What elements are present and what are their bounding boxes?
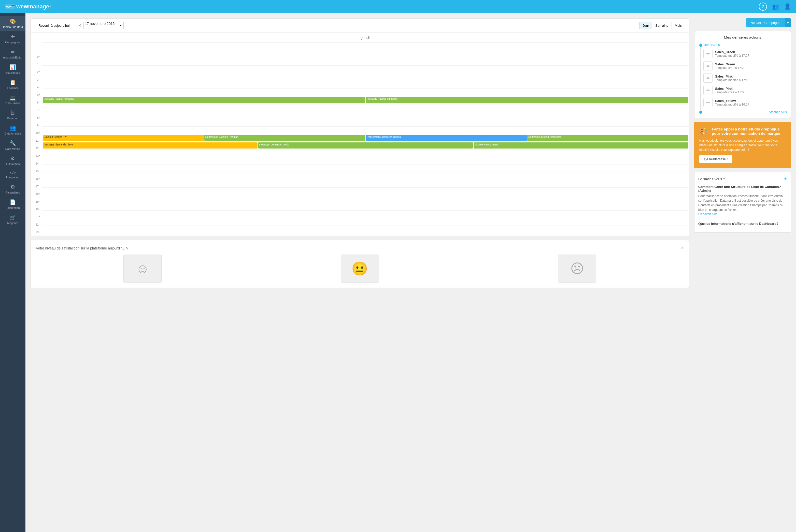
event-13h-3[interactable]: Modele wewbusiness [474,142,688,149]
hour-4: 4h [31,83,42,91]
show-more-link[interactable]: Afficher plus [769,110,787,114]
satisfaction-faces: ☺ 😐 ☹ [36,254,684,283]
hour-10: 10h [31,129,42,137]
happy-face-button[interactable]: ☺ [124,254,162,283]
event-13h-1[interactable]: message_demande_devis [43,142,258,149]
sidebar-item-tableau-de-bord[interactable]: 🎨 Tableau de Bord [0,16,25,31]
hour-2: 2h [31,68,42,76]
sidebar-item-campagnes[interactable]: ✈ Campagnes [0,31,25,46]
sidebar-item-facturation[interactable]: 📄 Facturation [0,196,25,212]
sidebar-item-datamart[interactable]: 🗄 Datamart [0,107,25,122]
event-12h-4[interactable]: Segment On send regression [527,135,688,141]
slot-18h [42,180,689,188]
sidebar-item-label: Paramètres [5,191,20,194]
stats-icon: 📊 [10,64,16,70]
promo-header: 🎨 Faites appel à notre studio graphique … [699,127,786,136]
hour-1: 1h [31,60,42,68]
dyk-item-0: Comment Créer une Structure de Liste de … [698,185,787,216]
dyk-add-button[interactable]: + [784,176,787,182]
view-week-button[interactable]: Semaine [652,22,671,29]
next-button[interactable]: > [116,22,124,29]
event-13h-2[interactable]: message_demande_devis [258,142,473,149]
sidebar-item-integration[interactable]: </> Intégration [0,168,25,181]
view-month-button[interactable]: Mois [672,22,685,29]
satisfaction-header: Votre niveau de satisfaction sur la plat… [36,245,684,251]
right-column: Nouvelle Campagne ▾ Mes dernières action… [694,18,791,527]
sidebar-item-label: responsivEditor [3,56,22,59]
sidebar-item-label: Tableau de Bord [2,25,23,28]
slot-15h [42,157,689,165]
dyk-link-0[interactable]: En savoir plus... [698,212,720,216]
sidebar-item-label: Automation [5,163,20,166]
sidebar-item-statistiques[interactable]: 📊 Statistiques [0,61,25,77]
sidebar-item-automation[interactable]: ⚙ Automation [0,153,25,168]
hour-9: 9h [31,121,42,129]
hour-6: 6h [31,99,42,106]
help-icon[interactable]: ? [759,2,767,11]
timeline-desc-0: Template modifié à 17:27 [715,54,749,57]
timeline-item-1: ✏ Sales_Green Template créé à 17:22 [703,61,787,71]
dashboard-icon: 🎨 [10,18,16,24]
slot-11h [42,127,689,134]
recent-actions-section: Mes dernières actions 28/10/2016 ✏ Sales… [694,31,791,118]
nav-icons: ? 👥 👤 [759,2,791,11]
sidebar-item-label: Campagnes [5,41,20,44]
sad-face-button[interactable]: ☹ [558,254,596,283]
event-12h-1[interactable]: Clocked Second Try [43,135,204,141]
happy-icon: ☺ [136,261,149,276]
dyk-answer-0: Pour réaliser cette opération, l'accès u… [698,194,787,212]
slot-1h [42,50,689,58]
show-more: Afficher plus [703,110,787,114]
event-7h-2[interactable]: message_rappel_immediut [366,97,689,103]
promo-cta-button[interactable]: Ça m'intéresse ! [699,155,733,163]
event-7h-1[interactable]: message_rappel_immediat [43,97,366,103]
sidebar-item-data-mining[interactable]: 🔧 Data Mining [0,137,25,153]
hour-17: 17h [31,183,42,190]
dyk-divider [698,219,787,219]
user-icon[interactable]: 👤 [784,3,791,10]
users-icon[interactable]: 👥 [772,3,779,10]
calendar-header: Revenir à aujourd'hui < 17 novembre 2016… [31,19,689,33]
sidebar-item-label: Data Mining [5,147,20,150]
delivrabilite-icon: 💻 [10,95,16,101]
top-nav: wew wewmanager ? 👥 👤 [0,0,796,13]
event-12h-3[interactable]: Regression Scheduled Normal [366,135,527,141]
slot-6h [42,89,689,96]
new-campaign-dropdown-button[interactable]: ▾ [785,18,791,27]
timeline-content-0: Sales_Green Template modifié à 17:27 [715,50,749,57]
slot-16h [42,165,689,172]
slot-8h [42,104,689,111]
timeline-date: 28/10/2016 [703,43,787,47]
left-column: Revenir à aujourd'hui < 17 novembre 2016… [31,18,689,527]
data-analyse-icon: 👥 [10,125,16,131]
sidebar: 🎨 Tableau de Bord ✈ Campagnes ✏ responsi… [0,13,25,532]
parametres-icon: ⚙ [11,184,15,190]
new-campaign-button[interactable]: Nouvelle Campagne [746,18,785,27]
sidebar-item-edocmail[interactable]: 📋 Edocmail [0,77,25,92]
sidebar-item-responsive-editor[interactable]: ✏ responsivEditor [0,46,25,61]
hour-16: 16h [31,175,42,183]
datamart-icon: 🗄 [10,110,15,116]
edit-icon-3: ✏ [706,88,710,93]
event-12h-2[interactable]: Regression Clocked Regular [204,135,366,141]
prev-button[interactable]: < [76,22,84,29]
neutral-face-button[interactable]: 😐 [341,254,379,283]
sidebar-item-data-analyse[interactable]: 👥 Data Analyse [0,122,25,137]
sidebar-item-parametres[interactable]: ⚙ Paramètres [0,181,25,196]
timeline-content-4: Sales_Yellow Template modifié à 16:57 [715,99,749,106]
integration-icon: </> [10,171,16,175]
today-button[interactable]: Revenir à aujourd'hui [35,22,73,29]
dyk-header: Le saviez-vous ? + [698,176,787,182]
sidebar-item-label: Datamart [7,117,18,120]
view-day-button[interactable]: Jour [639,22,652,29]
calendar-times: 0h 1h 2h 3h 4h 5h 6h 7h 8h 9h 10h 11h 12… [31,33,42,236]
sidebar-item-magento[interactable]: 🛒 Magento [0,212,25,227]
hour-22: 22h [31,221,42,228]
timeline-icon-2: ✏ [703,74,712,83]
slot-22h [42,211,689,218]
satisfaction-close-button[interactable]: × [681,245,684,251]
sidebar-item-delivrabilite[interactable]: 💻 Délivrabilité [0,92,25,107]
calendar-section: Revenir à aujourd'hui < 17 novembre 2016… [31,18,689,236]
new-campaign-bar: Nouvelle Campagne ▾ [694,18,791,27]
slot-12h: Clocked Second Try Regression Clocked Re… [42,134,689,142]
